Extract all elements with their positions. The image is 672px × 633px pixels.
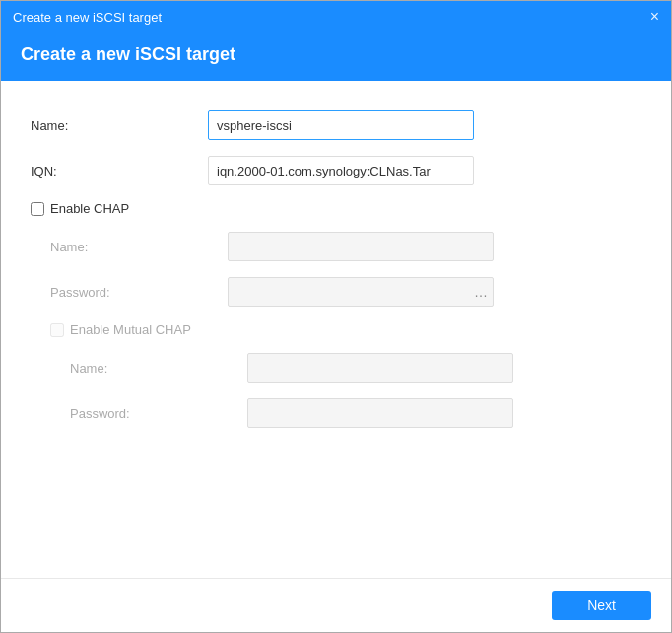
mutual-chap-password-row: Password: xyxy=(31,398,641,428)
dialog-body: Name: IQN: Enable CHAP Name: Password: … xyxy=(1,81,671,578)
enable-chap-label[interactable]: Enable CHAP xyxy=(50,201,129,216)
chap-password-label: Password: xyxy=(50,285,228,300)
name-label: Name: xyxy=(31,118,208,133)
mutual-chap-name-row: Name: xyxy=(31,353,641,383)
chap-password-row: Password: … xyxy=(31,277,641,307)
enable-chap-checkbox[interactable] xyxy=(31,202,44,216)
mutual-chap-name-input[interactable] xyxy=(247,353,513,383)
enable-mutual-chap-row: Enable Mutual CHAP xyxy=(31,322,641,337)
enable-mutual-chap-label[interactable]: Enable Mutual CHAP xyxy=(70,322,191,337)
mutual-chap-password-label: Password: xyxy=(70,406,247,421)
chap-password-input[interactable] xyxy=(228,277,494,307)
enable-chap-row: Enable CHAP xyxy=(31,201,641,216)
close-button[interactable]: × xyxy=(650,9,659,25)
chap-password-wrapper: … xyxy=(228,277,494,307)
chap-name-label: Name: xyxy=(50,240,228,254)
iqn-row: IQN: xyxy=(31,156,641,185)
name-row: Name: xyxy=(31,110,641,140)
chap-name-input[interactable] xyxy=(228,232,494,261)
dialog-footer: Next xyxy=(1,578,671,632)
iqn-input[interactable] xyxy=(208,156,474,185)
iqn-label: IQN: xyxy=(31,164,208,178)
mutual-chap-name-label: Name: xyxy=(70,361,247,376)
password-toggle-icon[interactable]: … xyxy=(474,284,488,300)
mutual-chap-password-input[interactable] xyxy=(247,398,513,428)
title-bar-text: Create a new iSCSI target xyxy=(13,10,162,25)
dialog-header: Create a new iSCSI target xyxy=(1,33,671,81)
name-input[interactable] xyxy=(208,110,474,140)
dialog-title: Create a new iSCSI target xyxy=(21,44,651,65)
dialog: Create a new iSCSI target × Create a new… xyxy=(0,0,672,633)
enable-mutual-chap-checkbox[interactable] xyxy=(50,323,64,337)
chap-name-row: Name: xyxy=(31,232,641,261)
title-bar: Create a new iSCSI target × xyxy=(1,1,671,33)
next-button[interactable]: Next xyxy=(552,591,651,620)
